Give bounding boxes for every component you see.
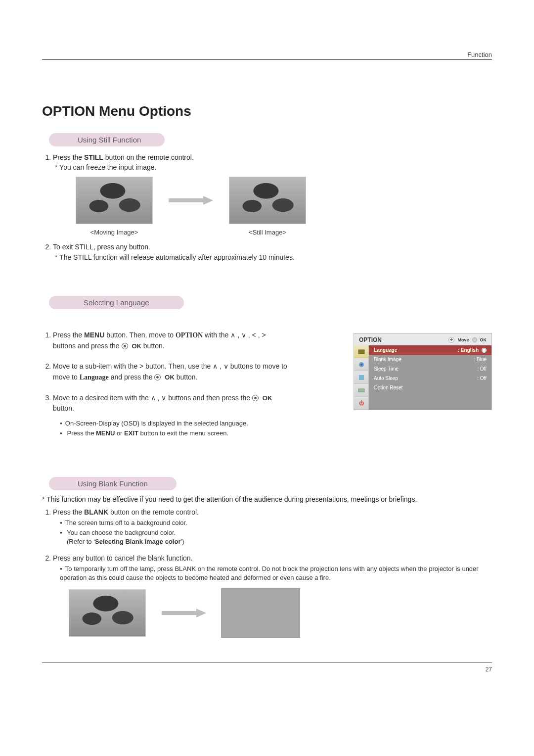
ok-icon xyxy=(252,395,259,401)
osd-title: OPTION xyxy=(359,336,382,343)
osd-row-label: Blank Image xyxy=(374,357,401,362)
ok-text: OK xyxy=(263,394,272,402)
text: Press the xyxy=(53,508,84,516)
text: Press the xyxy=(53,331,84,339)
osd-hint-move: Move xyxy=(457,337,469,342)
text-bold: STILL xyxy=(84,153,103,161)
osd-row-language: Language : English xyxy=(369,345,491,355)
blank-steps: Press the BLANK button on the remote con… xyxy=(42,507,492,638)
text-bold: OPTION xyxy=(176,331,203,339)
caption-still: <Still Image> xyxy=(228,228,307,237)
osd-tab-icon xyxy=(354,345,368,358)
osd-row-blank-image: Blank Image : Blue xyxy=(369,355,491,364)
svg-point-3 xyxy=(360,364,362,366)
text: Move to a desired item with the xyxy=(53,394,151,402)
osd-row-label: Option Reset xyxy=(374,385,402,390)
text: button to exit the menu screen. xyxy=(138,429,228,437)
arrow-symbols: ∧ , ∨ xyxy=(151,394,167,402)
svg-rect-5 xyxy=(358,389,364,392)
text: Press the xyxy=(67,429,96,437)
osd-list: Language : English Blank Image : Blue Sl… xyxy=(369,345,491,410)
lang-step-1: Press the MENU button. Then, move to OPT… xyxy=(53,330,338,351)
text: button on the remote control. xyxy=(103,153,194,161)
text-bold: Selecting Blank image color xyxy=(95,538,180,545)
osd-row-label: Auto Sleep xyxy=(374,376,398,381)
text: move to xyxy=(53,373,80,381)
blank-bullet-screen-off: The screen turns off to a background col… xyxy=(60,519,492,527)
osd-row-sleep-time: Sleep Time : Off xyxy=(369,364,491,374)
text: button on the remote control. xyxy=(108,508,199,516)
page-number: 27 xyxy=(486,666,492,673)
still-step-1: Press the STILL button on the remote con… xyxy=(53,152,492,237)
osd-tab-icon xyxy=(354,384,368,397)
projected-image-photo xyxy=(68,588,147,638)
still-steps: Press the STILL button on the remote con… xyxy=(42,152,492,262)
radio-selected-icon xyxy=(482,348,487,353)
arrow-symbols: ∧ , ∨ xyxy=(213,362,228,370)
text: or xyxy=(115,429,124,437)
arrow-icon xyxy=(162,609,206,617)
osd-row-value: : Blue xyxy=(474,357,487,362)
text: You can choose the background color. xyxy=(67,529,176,536)
blank-bullet-warning: To temporarily turn off the lamp, press … xyxy=(60,565,492,582)
text: buttons and then press the xyxy=(166,394,252,402)
still-step1-note: * You can freeze the input image. xyxy=(55,162,492,172)
still-figure-row xyxy=(75,176,492,225)
text: (Refer to ‘ xyxy=(67,538,95,545)
text: Press any button to cancel the blank fun… xyxy=(53,554,193,562)
osd-menu: OPTION ✥ Move OK ⏻ Lang xyxy=(354,333,492,410)
osd-hints: ✥ Move OK xyxy=(448,337,487,343)
blank-bullet-choose-color: You can choose the background color. (Re… xyxy=(60,528,492,546)
section-heading-blank: Using Blank Function xyxy=(49,477,177,490)
move-icon: ✥ xyxy=(448,337,454,343)
lang-bullet-osd: On-Screen-Display (OSD) is displayed in … xyxy=(60,419,338,428)
osd-row-value: : English xyxy=(458,347,479,353)
lang-bullet-exit: Press the MENU or EXIT button to exit th… xyxy=(60,429,338,438)
arrow-symbols: ∧ , ∨ , < , > xyxy=(230,331,266,339)
text: button. xyxy=(143,342,165,350)
caption-moving: <Moving Image> xyxy=(75,228,154,237)
osd-row-option-reset: Option Reset xyxy=(369,383,491,392)
osd-tab-strip: ⏻ xyxy=(354,345,369,410)
bottom-divider: 27 xyxy=(42,662,492,663)
ok-icon xyxy=(154,374,161,380)
text: buttons and press the xyxy=(53,342,122,350)
text-bold: MENU xyxy=(84,331,104,339)
svg-marker-0 xyxy=(169,196,213,205)
svg-rect-4 xyxy=(359,375,364,380)
page-title: OPTION Menu Options xyxy=(42,103,492,119)
osd-row-label: Language xyxy=(374,347,397,353)
ok-dot-icon xyxy=(472,337,477,342)
still-captions: <Moving Image> <Still Image> xyxy=(75,228,492,237)
text: button. xyxy=(177,373,198,381)
blank-figure-row xyxy=(68,588,492,638)
text-bold: BLANK xyxy=(84,508,108,516)
svg-marker-6 xyxy=(162,609,206,617)
blank-screen-image xyxy=(221,588,300,638)
section-heading-language: Selecting Language xyxy=(49,296,184,309)
osd-hint-ok: OK xyxy=(480,337,487,342)
moving-image-photo xyxy=(75,176,154,225)
lang-step-2: Move to a sub-item with the > button. Th… xyxy=(53,361,338,382)
osd-row-value: : Off xyxy=(477,366,487,372)
ok-icon xyxy=(122,343,128,349)
still-step2-note: * The STILL function will release automa… xyxy=(55,252,492,262)
text: Press the xyxy=(53,153,84,161)
section-heading-still: Using Still Function xyxy=(49,133,165,146)
svg-rect-1 xyxy=(358,350,364,354)
osd-header: OPTION ✥ Move OK xyxy=(354,333,491,345)
blank-step-2: Press any button to cancel the blank fun… xyxy=(53,553,492,638)
text-bold: Language xyxy=(80,374,109,381)
blank-intro-note: * This function may be effective if you … xyxy=(42,495,492,503)
text: button. xyxy=(53,404,74,412)
osd-tab-power-icon: ⏻ xyxy=(354,397,368,410)
text: To exit STILL, press any button. xyxy=(53,243,150,251)
text: ’) xyxy=(180,538,184,545)
still-image-photo xyxy=(228,176,307,225)
blank-bullet-refer: (Refer to ‘Selecting Blank image color’) xyxy=(67,538,184,545)
ok-text: OK xyxy=(132,342,141,350)
text: Move to a sub-item with the xyxy=(53,362,139,370)
arrow-icon xyxy=(169,196,213,205)
top-divider: Function xyxy=(42,59,492,60)
text: button. Then, use the xyxy=(143,362,213,370)
